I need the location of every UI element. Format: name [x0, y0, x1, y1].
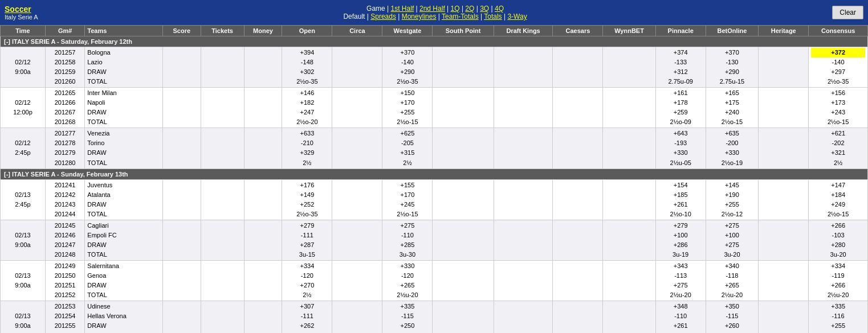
cell-betonline: +340-118+2652½u-20: [706, 260, 759, 301]
cell-southpoint: [433, 260, 494, 301]
cell-betonline: +165+175+2402½o-15: [706, 88, 759, 128]
nav-2nd-half[interactable]: 2nd Half: [419, 5, 445, 13]
cell-heritage: [759, 128, 809, 168]
cell-betonline: +350-115+2602½: [706, 301, 759, 333]
cell-circa: [332, 260, 382, 301]
cell-score: [162, 47, 201, 88]
cell-caesars: [553, 220, 603, 260]
default-label: Default: [343, 13, 365, 20]
cell-pinnacle: +343-113+2752½u-20: [655, 260, 706, 301]
col-caesars: Caesars: [553, 26, 603, 36]
cell-westgate: +625-205+3152½: [382, 128, 433, 168]
cell-time: 02/132:45p: [1, 179, 46, 220]
cell-money: [244, 47, 282, 88]
cell-heritage: [759, 47, 809, 88]
section-header: [-] ITALY SERIE A - Sunday, February 13t…: [1, 168, 868, 179]
cell-time: 02/129:00a: [1, 47, 46, 88]
cell-gms: 201241201242201243201244: [45, 179, 84, 220]
cell-teams: JuventusAtalantaDRAWTOTAL: [85, 179, 163, 220]
cell-caesars: [553, 128, 603, 168]
col-pinnacle: Pinnacle: [655, 26, 706, 36]
cell-westgate: +335-115+2502½: [382, 301, 433, 333]
nav-team-totals[interactable]: Team-Totals: [442, 13, 479, 20]
table-row: 02/129:00a201257201258201259201260Bologn…: [1, 47, 868, 88]
cell-circa: [332, 47, 382, 88]
nav-4q[interactable]: 4Q: [495, 5, 504, 13]
cell-open: +394-148+3022½o-35: [282, 47, 332, 88]
game-label: Game: [366, 5, 385, 13]
cell-tickets: [201, 260, 244, 301]
cell-open: +146+182+2472½o-20: [282, 88, 332, 128]
table-row: 02/1212:00p201265201266201267201268Inter…: [1, 88, 868, 128]
col-draftkings: Draft Kings: [494, 26, 553, 36]
header-bar: Soccer Italy Serie A Game | 1st Half | 2…: [0, 0, 868, 25]
cell-southpoint: [433, 88, 494, 128]
cell-draftkings: [494, 260, 553, 301]
cell-gms: 201257201258201259201260: [45, 47, 84, 88]
cell-betonline: +635-200+3302½o-19: [706, 128, 759, 168]
cell-consensus: +335-116+2552½: [809, 301, 868, 333]
cell-caesars: [553, 179, 603, 220]
cell-draftkings: [494, 179, 553, 220]
cell-money: [244, 301, 282, 333]
cell-westgate: +155+170+2452½o-15: [382, 179, 433, 220]
nav-2q[interactable]: 2Q: [465, 5, 474, 13]
cell-circa: [332, 179, 382, 220]
cell-caesars: [553, 88, 603, 128]
cell-score: [162, 128, 201, 168]
cell-gms: 201249201250201251201252: [45, 260, 84, 301]
cell-money: [244, 179, 282, 220]
cell-caesars: [553, 260, 603, 301]
cell-teams: VeneziaTorinoDRAWTOTAL: [85, 128, 163, 168]
cell-pinnacle: +374-133+3122.75u-09: [655, 47, 706, 88]
cell-time: 02/139:00a: [1, 301, 46, 333]
nav-spreads[interactable]: Spreads: [370, 13, 396, 20]
cell-money: [244, 128, 282, 168]
cell-wynnbet: [603, 128, 655, 168]
cell-westgate: +275-110+2853u-30: [382, 220, 433, 260]
cell-draftkings: [494, 128, 553, 168]
nav-totals[interactable]: Totals: [484, 13, 502, 20]
cell-heritage: [759, 301, 809, 333]
nav-3way[interactable]: 3-Way: [507, 13, 527, 20]
table-row: 02/139:00a201253201254201255201256Udines…: [1, 301, 868, 333]
cell-pinnacle: +161+178+2592½o-09: [655, 88, 706, 128]
cell-wynnbet: [603, 220, 655, 260]
cell-score: [162, 220, 201, 260]
table-row: 02/132:45p201241201242201243201244Juvent…: [1, 179, 868, 220]
cell-southpoint: [433, 47, 494, 88]
cell-consensus: +334-119+2662½u-20: [809, 260, 868, 301]
nav-moneylines[interactable]: Moneylines: [402, 13, 437, 20]
cell-wynnbet: [603, 47, 655, 88]
league-title: Italy Serie A: [5, 14, 38, 20]
col-teams: Teams: [85, 26, 163, 36]
cell-open: +279-111+2873u-15: [282, 220, 332, 260]
col-wynnbet: WynnBET: [603, 26, 655, 36]
nav-3q[interactable]: 3Q: [480, 5, 489, 13]
cell-tickets: [201, 88, 244, 128]
cell-circa: [332, 301, 382, 333]
col-betonline: BetOnline: [706, 26, 759, 36]
nav-1q[interactable]: 1Q: [451, 5, 460, 13]
cell-heritage: [759, 220, 809, 260]
cell-open: +633-210+3292½: [282, 128, 332, 168]
table-row: 02/139:00a201245201246201247201248Caglia…: [1, 220, 868, 260]
clear-button[interactable]: Clear: [832, 6, 863, 19]
cell-tickets: [201, 220, 244, 260]
cell-gms: 201277201278201279201280: [45, 128, 84, 168]
cell-consensus: +156+173+2432½o-15: [809, 88, 868, 128]
cell-betonline: +275+100+2753u-20: [706, 220, 759, 260]
cell-pinnacle: +154+185+2612½o-10: [655, 179, 706, 220]
cell-betonline: +145+190+2552½o-12: [706, 179, 759, 220]
cell-consensus: +266-103+2803u-20: [809, 220, 868, 260]
nav-1st-half[interactable]: 1st Half: [391, 5, 414, 13]
col-consensus: Consensus: [809, 26, 868, 36]
cell-money: [244, 88, 282, 128]
cell-southpoint: [433, 220, 494, 260]
sport-title[interactable]: Soccer: [5, 5, 38, 14]
cell-pinnacle: +643-193+3302½u-05: [655, 128, 706, 168]
cell-wynnbet: [603, 260, 655, 301]
table-row: 02/139:00a201249201250201251201252Salern…: [1, 260, 868, 301]
cell-consensus: +621-202+3212½: [809, 128, 868, 168]
cell-wynnbet: [603, 88, 655, 128]
